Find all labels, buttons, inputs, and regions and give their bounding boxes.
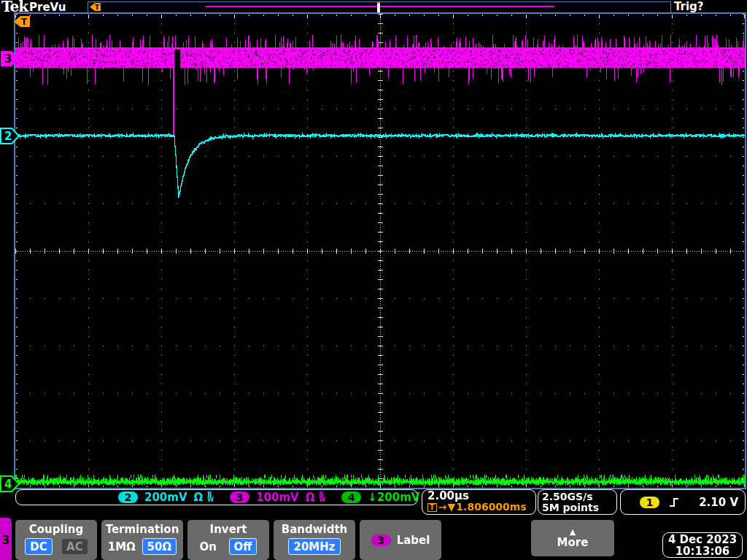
label-button[interactable]: 3 Label — [360, 520, 441, 560]
channel-4-scale: ↓200mV — [368, 491, 419, 504]
more-title: More — [557, 537, 589, 548]
bandwidth-title: Bandwidth — [282, 524, 348, 535]
bandwidth-button[interactable]: Bandwidth 20MHz — [274, 520, 355, 560]
graticule — [14, 12, 746, 489]
channel-3-impedance-icon: Ω — [306, 491, 315, 504]
sample-rate: 2.50GS/s — [542, 491, 616, 502]
svg-text:T: T — [21, 17, 28, 27]
trigger-status-label: Trig? — [674, 0, 704, 13]
datetime-box: 4 Dec 2023 10:13:06 — [662, 532, 743, 558]
channel-3-bandwidth-limit-icon: BW — [319, 492, 325, 502]
more-button[interactable]: ▲ More — [531, 520, 614, 556]
coupling-button[interactable]: Coupling DC AC — [15, 520, 97, 560]
termination-50ohm-option[interactable]: 50Ω — [142, 538, 177, 555]
channel-2-marker[interactable]: 2 — [0, 126, 20, 146]
label-title: Label — [397, 534, 430, 546]
coupling-title: Coupling — [29, 524, 83, 535]
channel-4-badge: 4 — [341, 491, 361, 503]
trigger-position-t-icon: T — [427, 503, 437, 512]
overview-waveform-line — [206, 6, 554, 7]
overview-trigger-marker-icon[interactable]: T — [89, 2, 101, 12]
svg-text:3: 3 — [4, 52, 12, 66]
channel-3-marker[interactable]: 3 — [0, 49, 20, 69]
timebase-readout-box: 2.00μs T→▼1.806000ms — [422, 489, 536, 515]
more-up-arrow-icon: ▲ — [570, 528, 576, 536]
oscilloscope-screen: { "header": { "logo": "Tek", "mode": "Pr… — [0, 0, 747, 560]
invert-on-option[interactable]: On — [200, 540, 217, 553]
trigger-source-badge: 1 — [640, 497, 659, 508]
channel-2-readout: 2 200mV Ω BW — [118, 491, 214, 504]
channel-3-readout: 3 100mV Ω BW — [230, 491, 325, 504]
termination-title: Termination — [106, 524, 179, 535]
invert-button[interactable]: Invert On Off — [187, 520, 269, 560]
invert-off-option[interactable]: Off — [229, 538, 258, 555]
svg-text:T: T — [95, 4, 100, 11]
channel-2-impedance-icon: Ω — [194, 491, 204, 504]
svg-text:2: 2 — [4, 130, 12, 143]
channel-2-badge: 2 — [118, 491, 138, 503]
bandwidth-value[interactable]: 20MHz — [288, 538, 340, 555]
channel-3-scale: 100mV — [256, 491, 299, 504]
record-length: 5M points — [542, 502, 616, 513]
record-overview-bar[interactable]: T — [88, 1, 671, 13]
label-channel-badge: 3 — [371, 534, 391, 546]
rising-edge-icon — [669, 497, 679, 508]
trigger-position-readout: T→▼1.806000ms — [427, 502, 535, 513]
trigger-level: 2.10 V — [699, 496, 745, 509]
coupling-dc-option[interactable]: DC — [25, 538, 52, 555]
trigger-level-marker-icon[interactable]: T — [13, 15, 31, 28]
termination-1mohm-option[interactable]: 1MΩ — [108, 540, 136, 553]
termination-button[interactable]: Termination 1MΩ 50Ω — [101, 520, 183, 560]
coupling-ac-option[interactable]: AC — [62, 539, 88, 554]
timebase-scale: 2.00μs — [427, 491, 535, 502]
trigger-readout-box: 1 2.10 V — [620, 489, 746, 515]
waveform-display — [15, 14, 745, 488]
invert-title: Invert — [210, 524, 247, 535]
date-label: 4 Dec 2023 — [668, 534, 737, 545]
svg-text:4: 4 — [4, 478, 12, 491]
channel-3-badge: 3 — [230, 491, 249, 503]
time-label: 10:13:06 — [676, 545, 730, 557]
menu-channel-tab[interactable]: 3 — [0, 518, 12, 560]
channel-2-scale: 200mV — [144, 491, 187, 504]
channel-readouts-box: 2 200mV Ω BW 3 100mV Ω BW 4 ↓200mV Ω BW — [15, 489, 418, 505]
acquisition-readout-box: 2.50GS/s 5M points — [538, 489, 617, 515]
channel-2-bandwidth-limit-icon: BW — [207, 492, 214, 502]
